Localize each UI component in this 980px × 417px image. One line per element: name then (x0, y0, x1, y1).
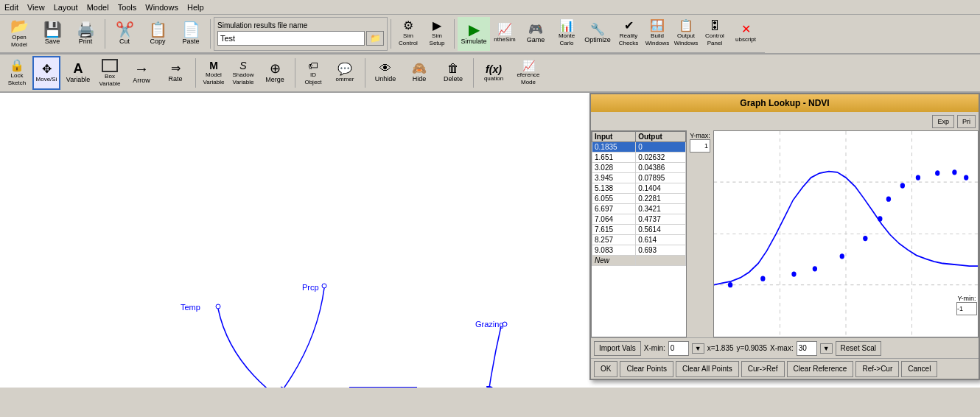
sim-control-button[interactable]: ⚙ Sim Control (394, 17, 422, 51)
table-row[interactable]: New (592, 256, 686, 266)
delete-button[interactable]: 🗑 Delete (437, 56, 469, 90)
id-object-icon: 🏷 (308, 60, 318, 71)
ubscript-button[interactable]: ✕ ubscript (729, 17, 762, 51)
table-row[interactable]: 6.0550.2281 (592, 194, 686, 204)
table-row[interactable]: 7.0640.4737 (592, 214, 686, 225)
table-row[interactable]: 5.1380.1404 (592, 183, 686, 194)
commenter-button[interactable]: 💬 ommer (329, 56, 361, 90)
menu-view[interactable]: View (27, 3, 45, 12)
graph-lookup-dialog: Graph Lookup - NDVI Exp Pri Input Output (589, 93, 980, 380)
ref-to-cur-button[interactable]: Ref->Cur (855, 361, 899, 377)
table-row[interactable]: 1.6510.02632 (592, 153, 686, 163)
ymax-panel: Y-max: (687, 130, 713, 337)
menu-model[interactable]: Model (87, 3, 109, 12)
sim-file-input[interactable] (217, 31, 365, 46)
sim-setup-button[interactable]: ▶ Sim Setup (423, 17, 451, 51)
move-sim-button[interactable]: ✥ Move/Si (32, 56, 60, 90)
output-cell: 0.04386 (636, 163, 686, 173)
paste-button[interactable]: 📄 Paste (175, 17, 207, 51)
box-variable-button[interactable]: Box Variable (96, 56, 124, 90)
menu-windows[interactable]: Windows (145, 3, 178, 12)
graph-footer: OK Clear Points Clear All Points Cur->Re… (591, 358, 979, 379)
svg-point-41 (813, 266, 817, 271)
lock-sketch-button[interactable]: 🔒 Lock Sketch (3, 56, 31, 90)
control-panel-button[interactable]: 🎛 Control Panel (701, 17, 729, 51)
monte-carlo-button[interactable]: 📊 Monte Carlo (553, 17, 581, 51)
xmin-input[interactable] (668, 341, 689, 356)
synthe-sim-icon: 📈 (497, 24, 512, 35)
table-row[interactable]: 0.18350 (592, 142, 686, 153)
print-dialog-button[interactable]: Pri (957, 115, 976, 128)
simulate-button[interactable]: ▶ Simulate (458, 17, 490, 51)
graph-right-panel: Y-max: (687, 130, 979, 337)
table-row[interactable]: 3.9450.07895 (592, 173, 686, 183)
input-cell: 0.1835 (592, 142, 636, 153)
menu-help[interactable]: Help (187, 3, 204, 12)
copy-button[interactable]: 📋 Copy (141, 17, 174, 51)
clear-reference-button[interactable]: Clear Reference (787, 361, 854, 377)
cancel-button[interactable]: Cancel (901, 361, 937, 377)
ymax-input[interactable] (690, 139, 710, 153)
reality-checks-button[interactable]: ✔ Reality Checks (615, 17, 643, 51)
output-cell: 0 (636, 142, 686, 153)
output-cell (636, 256, 686, 266)
model-variable-button[interactable]: M Model Variable (200, 56, 228, 90)
save-button[interactable]: 💾 Save (36, 17, 69, 51)
svg-text:Temp: Temp (181, 303, 200, 312)
table-row[interactable]: 3.0280.04386 (592, 163, 686, 173)
browse-button[interactable]: 📁 (366, 31, 384, 46)
output-windows-button[interactable]: 📋 Output Windows (672, 17, 700, 51)
table-row[interactable]: 6.6970.3421 (592, 204, 686, 214)
equation-button[interactable]: f(x) quation (477, 56, 510, 90)
export-button[interactable]: Exp (932, 115, 954, 128)
y-coord-display: y=0.9035 (737, 344, 767, 352)
variable-button[interactable]: A Variable (62, 56, 94, 90)
hide-button[interactable]: 🙈 Hide (403, 56, 435, 90)
svg-point-44 (878, 216, 882, 221)
open-model-button[interactable]: 📂 Open Model (3, 17, 35, 51)
table-row[interactable]: 9.0830.693 (592, 245, 686, 256)
graph-plot[interactable] (713, 130, 979, 337)
input-cell: 3.945 (592, 173, 636, 183)
input-cell: 9.083 (592, 245, 636, 256)
synthe-sim-button[interactable]: 📈 ntheSim (491, 17, 519, 51)
reference-mode-button[interactable]: 📈 eference Mode (511, 56, 545, 90)
rate-icon: ⇒ (171, 63, 181, 74)
unhide-button[interactable]: 👁 Unhide (369, 56, 402, 90)
menu-layout[interactable]: Layout (54, 3, 78, 12)
arrow-button[interactable]: → Arrow (125, 56, 158, 90)
cut-icon: ✂️ (116, 22, 134, 37)
sim-file-label: Simulation results file name (217, 21, 384, 29)
reset-scale-button[interactable]: Reset Scal (836, 341, 881, 356)
build-windows-icon: 🪟 (650, 20, 665, 32)
print-button[interactable]: 🖨️ Print (69, 17, 102, 51)
x-dropdown-icon[interactable]: ▼ (692, 343, 704, 354)
output-cell: 0.5614 (636, 225, 686, 235)
optimize-button[interactable]: 🔧 Optimize (581, 17, 614, 51)
ok-button[interactable]: OK (594, 361, 617, 377)
clear-points-button[interactable]: Clear Points (620, 361, 673, 377)
open-model-label: Open Model (11, 34, 27, 48)
table-row[interactable]: 8.2570.614 (592, 235, 686, 245)
svg-point-49 (952, 169, 956, 175)
rate-button[interactable]: ⇒ Rate (159, 56, 192, 90)
shadow-variable-button[interactable]: S Shadow Variable (229, 56, 257, 90)
cut-button[interactable]: ✂️ Cut (108, 17, 141, 51)
id-object-button[interactable]: 🏷 ID Object (299, 56, 327, 90)
svg-text:Grazing: Grazing (475, 320, 504, 329)
menu-edit[interactable]: Edit (4, 3, 18, 12)
xmax-input[interactable] (797, 341, 817, 356)
svg-point-38 (728, 282, 732, 287)
cur-to-ref-button[interactable]: Cur->Ref (741, 361, 785, 377)
output-cell: 0.614 (636, 235, 686, 245)
table-row[interactable]: 7.6150.5614 (592, 225, 686, 235)
merge-button[interactable]: ⊕ Merge (259, 56, 291, 90)
menu-tools[interactable]: Tools (118, 3, 137, 12)
build-windows-button[interactable]: 🪟 Build Windows (643, 17, 671, 51)
import-vals-button[interactable]: Import Vals (594, 341, 641, 356)
clear-all-points-button[interactable]: Clear All Points (676, 361, 739, 377)
game-button[interactable]: 🎮 Game (519, 17, 552, 51)
input-cell: 6.697 (592, 204, 636, 214)
ymin-input[interactable] (956, 302, 977, 315)
xmax-dropdown-icon[interactable]: ▼ (820, 343, 833, 354)
